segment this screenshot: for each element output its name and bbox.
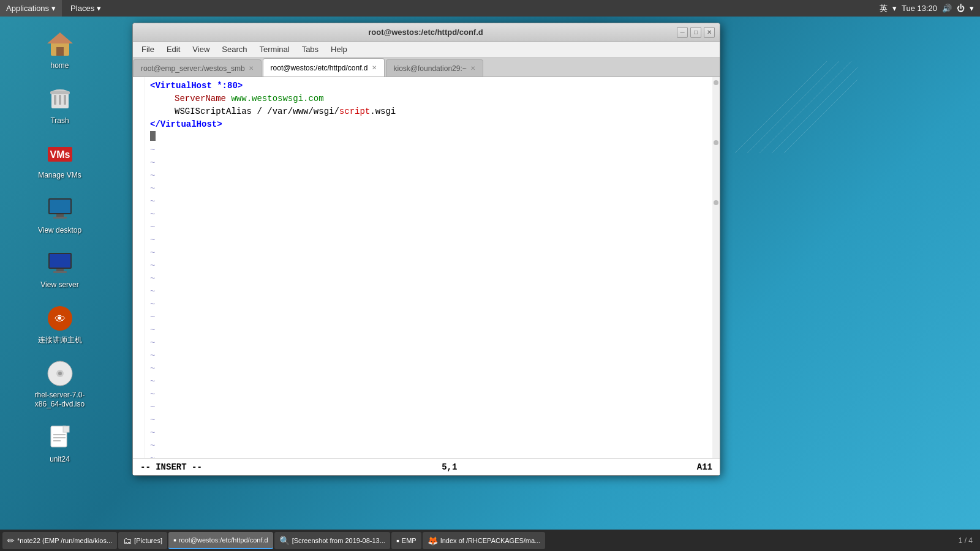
power-arrow: ▾ (970, 4, 974, 13)
code-line-4: </VirtualHost> (150, 118, 715, 131)
taskbar-screenshot[interactable]: 🔍 [Screenshot from 2019-08-13... (274, 532, 390, 549)
code-line-5 (150, 131, 715, 144)
tab-1[interactable]: root@emp_server:/westos_smb ✕ (133, 59, 262, 77)
desktop-icon-unit24[interactable]: unit24 (26, 419, 94, 468)
window-controls: ─ □ ✕ (677, 27, 715, 38)
svg-line-3 (772, 67, 858, 153)
tab-1-label: root@emp_server:/westos_smb (141, 64, 245, 73)
svg-rect-22 (56, 269, 64, 271)
tab-2-close[interactable]: ✕ (372, 64, 377, 71)
datetime: Tue 13:20 (902, 4, 937, 13)
tilde-line-7: ~ (150, 221, 715, 234)
taskbar-screenshot-label: [Screenshot from 2019-08-13... (292, 537, 385, 544)
desktop-icon-trash[interactable]: Trash (26, 81, 94, 130)
volume-icon[interactable]: 🔊 (942, 4, 952, 13)
tilde-line-18: ~ (150, 362, 715, 375)
tilde-line-21: ~ (150, 401, 715, 414)
terminal-window: root@westos:/etc/httpd/conf.d ─ □ ✕ File… (132, 23, 720, 476)
taskbar-terminal-httpd-label: root@westos:/etc/httpd/conf.d (179, 536, 268, 544)
tilde-line-22: ~ (150, 414, 715, 427)
pictures-icon: 🗂 (123, 536, 132, 545)
taskbar-note22[interactable]: ✏ *note22 (EMP /run/media/kios... (2, 532, 117, 549)
menu-help[interactable]: Help (325, 42, 353, 58)
power-icon[interactable]: ⏻ (957, 4, 965, 13)
connect-teacher-icon: 👁 (45, 304, 75, 333)
menu-edit[interactable]: Edit (160, 42, 186, 58)
svg-line-2 (760, 61, 851, 153)
taskbar-terminal-httpd[interactable]: ▪ root@westos:/etc/httpd/conf.d (168, 532, 273, 549)
minimize-button[interactable]: ─ (677, 27, 688, 38)
svg-rect-23 (53, 271, 67, 273)
svg-rect-21 (50, 254, 70, 268)
tilde-line-11: ~ (150, 272, 715, 285)
code-span-virtualhost-open: <VirtualHost *:80> (150, 80, 243, 92)
code-line-1: <VirtualHost *:80> (150, 80, 715, 92)
language-indicator[interactable]: 英 (880, 3, 888, 14)
menu-tabs[interactable]: Tabs (296, 42, 325, 58)
taskbar-firefox-label: Index of /RHCEPACKAGES/ma... (440, 537, 541, 544)
view-desktop-label: View desktop (38, 226, 81, 236)
menu-search[interactable]: Search (216, 42, 253, 58)
view-desktop-icon (45, 194, 75, 223)
menu-terminal[interactable]: Terminal (254, 42, 296, 58)
tab-3-close[interactable]: ✕ (470, 65, 475, 72)
manage-vms-label: Manage VMs (38, 171, 81, 181)
desktop-icon-connect-teacher[interactable]: 👁 连接讲师主机 (26, 300, 94, 349)
tilde-line-23: ~ (150, 427, 715, 440)
editor-area[interactable]: <VirtualHost *:80> ServerName www.westos… (133, 77, 720, 458)
tab-3[interactable]: kiosk@foundation29:~ ✕ (386, 59, 483, 77)
svg-marker-6 (47, 32, 73, 43)
code-wsgi-script: script (339, 107, 370, 116)
taskbar-pictures[interactable]: 🗂 [Pictures] (118, 532, 167, 549)
svg-text:👁: 👁 (55, 313, 66, 325)
tilde-line-25: ~ (150, 452, 715, 458)
tilde-line-6: ~ (150, 208, 715, 221)
tab-2[interactable]: root@westos:/etc/httpd/conf.d ✕ (263, 58, 385, 77)
tab-1-close[interactable]: ✕ (249, 65, 254, 72)
svg-rect-11 (59, 95, 61, 105)
top-bar-right: 英 ▾ Tue 13:20 🔊 ⏻ ▾ (880, 3, 980, 14)
desktop-icon-view-desktop[interactable]: View desktop (26, 190, 94, 239)
tilde-line-13: ~ (150, 298, 715, 311)
taskbar-note22-label: *note22 (EMP /run/media/kios... (17, 537, 112, 544)
trash-label: Trash (50, 116, 69, 126)
view-server-label: View server (40, 280, 78, 290)
code-line-3: WSGIScriptAlias / /var/www/wsgi/script.w… (150, 105, 715, 118)
view-server-icon (45, 249, 75, 278)
code-servername-val: www.westoswsgi.com (231, 94, 323, 103)
connect-teacher-label: 连接讲师主机 (38, 335, 82, 345)
rhel-iso-icon (45, 359, 75, 388)
tilde-line-8: ~ (150, 234, 715, 247)
vim-statusbar: -- INSERT -- 5,1 A11 (133, 458, 720, 475)
svg-rect-7 (56, 47, 64, 56)
vim-position: 5,1 (442, 462, 457, 472)
tilde-line-9: ~ (150, 247, 715, 260)
applications-label: Applications (6, 4, 49, 13)
taskbar-emp[interactable]: ▪ EMP (391, 532, 421, 549)
vim-mode: -- INSERT -- (140, 462, 202, 472)
tilde-line-2: ~ (150, 157, 715, 170)
desktop-icon-view-server[interactable]: View server (26, 245, 94, 294)
desktop-icon-manage-vms[interactable]: VMs Manage VMs (26, 135, 94, 184)
editor-content[interactable]: <VirtualHost *:80> ServerName www.westos… (145, 77, 720, 458)
taskbar-firefox[interactable]: 🦊 Index of /RHCEPACKAGES/ma... (423, 532, 545, 549)
svg-line-4 (784, 80, 858, 153)
places-menu[interactable]: Places ▾ (64, 0, 107, 17)
scrollbar[interactable] (712, 77, 720, 458)
desktop-icon-rhel-iso[interactable]: rhel-server-7.0-x86_64-dvd.iso (26, 355, 94, 413)
desktop-icon-home[interactable]: home (26, 26, 94, 75)
trash-icon (45, 84, 75, 114)
svg-rect-10 (54, 95, 56, 105)
desktop: home Trash VMs Manage VMs (0, 17, 119, 530)
code-line-2: ServerName www.westoswsgi.com (150, 92, 715, 105)
maximize-button[interactable]: □ (690, 27, 701, 38)
home-label: home (50, 61, 69, 71)
places-arrow: ▾ (97, 4, 101, 13)
menu-file[interactable]: File (135, 42, 160, 58)
menu-view[interactable]: View (186, 42, 216, 58)
applications-menu[interactable]: Applications ▾ (0, 0, 62, 17)
svg-line-0 (735, 61, 827, 153)
svg-rect-17 (50, 200, 70, 213)
close-button[interactable]: ✕ (704, 27, 715, 38)
vim-cursor (150, 131, 156, 141)
